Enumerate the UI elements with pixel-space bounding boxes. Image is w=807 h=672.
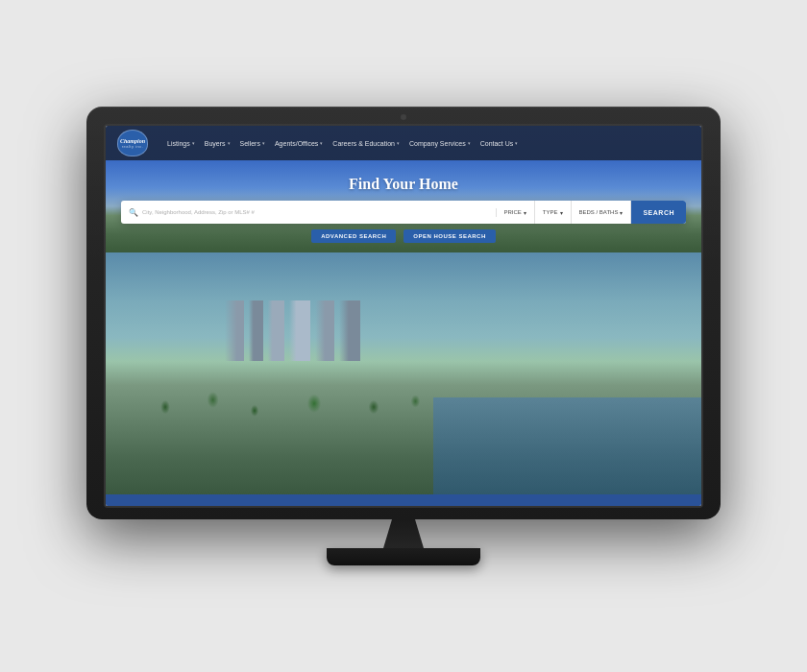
nav-link-company[interactable]: Company Services ▾ <box>409 140 471 147</box>
monitor-neck <box>375 519 432 548</box>
hero-content: Find Your Home 🔍 City, Neighborhood, Add… <box>121 176 686 252</box>
type-dropdown[interactable]: TYPE ▾ <box>535 201 572 224</box>
search-placeholder-text: City, Neighborhood, Address, Zip or MLS#… <box>142 209 255 215</box>
logo-circle: Champion realty inc. <box>117 130 148 156</box>
nav-link-listings[interactable]: Listings ▾ <box>167 140 195 147</box>
monitor-body: Champion realty inc. Listings ▾ Buyers <box>86 107 721 519</box>
logo-sub: realty inc. <box>122 144 144 149</box>
camera-dot <box>401 114 406 120</box>
chevron-down-icon: ▾ <box>560 209 563 216</box>
search-icon: 🔍 <box>129 208 138 217</box>
price-dropdown[interactable]: PRICE ▾ <box>497 201 535 224</box>
chevron-down-icon: ▾ <box>397 140 400 146</box>
nav-links: Listings ▾ Buyers ▾ Sellers ▾ Agents/O <box>167 140 518 147</box>
chevron-down-icon: ▾ <box>320 140 323 146</box>
chevron-down-icon: ▾ <box>192 140 195 146</box>
nav-link-agents[interactable]: Agents/Offices ▾ <box>275 140 323 147</box>
search-bar: 🔍 City, Neighborhood, Address, Zip or ML… <box>121 201 686 224</box>
chevron-down-icon: ▾ <box>228 140 231 146</box>
monitor-scene: Champion realty inc. Listings ▾ Buyers <box>67 58 740 614</box>
chevron-down-icon: ▾ <box>524 209 526 216</box>
nav-link-buyers[interactable]: Buyers ▾ <box>205 140 231 147</box>
nav-bar: Champion realty inc. Listings ▾ Buyers <box>106 126 701 160</box>
city-background <box>106 252 701 494</box>
hero-buttons: ADVANCED SEARCH OPEN HOUSE SEARCH <box>121 229 686 252</box>
monitor-base <box>327 548 480 565</box>
beds-baths-dropdown[interactable]: BEDS / BATHS ▾ <box>572 201 632 224</box>
advanced-search-button[interactable]: ADVANCED SEARCH <box>311 229 396 243</box>
hero-title: Find Your Home <box>121 176 686 193</box>
nav-link-contact[interactable]: Contact Us ▾ <box>480 140 519 147</box>
chevron-down-icon: ▾ <box>620 209 623 216</box>
search-input-area[interactable]: 🔍 City, Neighborhood, Address, Zip or ML… <box>121 208 497 217</box>
screen-bezel: Champion realty inc. Listings ▾ Buyers <box>104 124 703 508</box>
search-button[interactable]: SEARCH <box>631 201 686 224</box>
hero-section: Find Your Home 🔍 City, Neighborhood, Add… <box>106 160 701 252</box>
bottom-bar <box>106 494 701 506</box>
chevron-down-icon: ▾ <box>468 140 471 146</box>
open-house-search-button[interactable]: OPEN HOUSE SEARCH <box>404 229 496 243</box>
chevron-down-icon: ▾ <box>515 140 518 146</box>
website-container: Champion realty inc. Listings ▾ Buyers <box>106 126 701 506</box>
chevron-down-icon: ▾ <box>262 140 265 146</box>
nav-link-careers[interactable]: Careers & Education ▾ <box>332 140 400 147</box>
logo: Champion realty inc. <box>117 130 156 156</box>
water-area <box>433 397 701 494</box>
nav-link-sellers[interactable]: Sellers ▾ <box>240 140 265 147</box>
buildings-layer <box>225 300 463 361</box>
city-panorama <box>106 252 701 494</box>
